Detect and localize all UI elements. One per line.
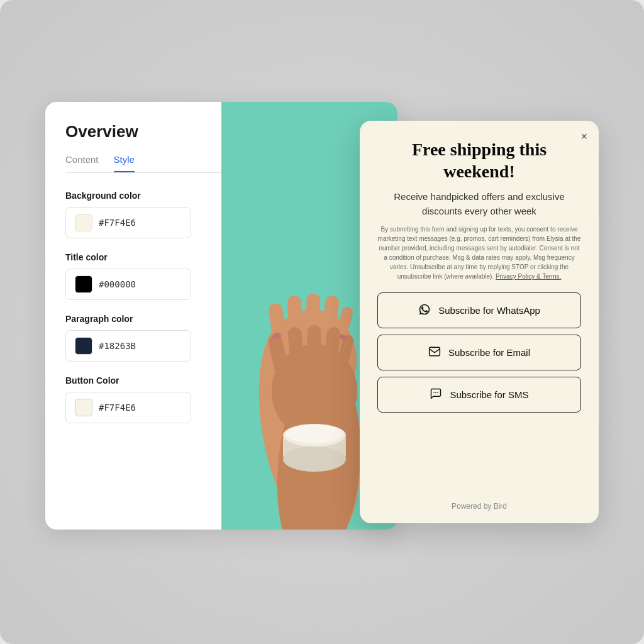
popup-fine-print: By submitting this form and signing up f… xyxy=(377,225,581,281)
overview-panel: Overview Content Style Background color … xyxy=(45,102,397,530)
background-color-input[interactable]: #F7F4E6 xyxy=(65,207,191,238)
whatsapp-button-label: Subscribe for WhatsApp xyxy=(438,305,540,316)
outer-background: Overview Content Style Background color … xyxy=(0,0,644,644)
sms-icon xyxy=(430,387,442,402)
popup-heading: Free shipping this weekend! xyxy=(377,138,581,182)
tab-style[interactable]: Style xyxy=(114,154,135,172)
svg-point-24 xyxy=(436,392,437,394)
svg-rect-12 xyxy=(306,325,321,388)
button-color-input[interactable]: #F7F4E6 xyxy=(65,392,191,423)
fine-print-text: By submitting this form and signing up f… xyxy=(378,226,581,280)
sms-button-label: Subscribe for SMS xyxy=(450,389,528,400)
subscribe-whatsapp-button[interactable]: Subscribe for WhatsApp xyxy=(377,292,581,328)
svg-point-25 xyxy=(438,392,439,394)
svg-point-23 xyxy=(434,392,435,394)
title-color-value: #000000 xyxy=(99,279,136,289)
whatsapp-icon xyxy=(418,303,431,318)
background-color-value: #F7F4E6 xyxy=(99,218,136,228)
paragraph-color-input[interactable]: #18263B xyxy=(65,330,191,362)
email-button-label: Subscribe for Email xyxy=(448,347,530,358)
tab-content[interactable]: Content xyxy=(65,154,99,172)
close-button[interactable]: × xyxy=(580,131,587,142)
subscribe-sms-button[interactable]: Subscribe for SMS xyxy=(377,377,581,413)
scene-container: Overview Content Style Background color … xyxy=(45,102,599,542)
button-color-value: #F7F4E6 xyxy=(99,402,136,413)
privacy-policy-link[interactable]: Privacy Policy & Terms. xyxy=(496,273,561,280)
title-color-swatch xyxy=(75,275,92,293)
paragraph-color-value: #18263B xyxy=(99,341,136,351)
popup-buttons: Subscribe for WhatsApp Subscribe for Ema… xyxy=(377,292,581,493)
svg-point-17 xyxy=(283,447,346,472)
email-icon xyxy=(428,345,441,360)
svg-rect-22 xyxy=(430,347,440,355)
popup-panel: × Free shipping this weekend! Receive ha… xyxy=(360,121,599,523)
svg-point-19 xyxy=(286,425,343,443)
title-color-input[interactable]: #000000 xyxy=(65,269,191,300)
powered-by: Powered by Bird xyxy=(377,502,581,511)
subscribe-email-button[interactable]: Subscribe for Email xyxy=(377,335,581,370)
paragraph-color-swatch xyxy=(75,337,92,355)
button-color-swatch xyxy=(75,399,92,416)
background-color-swatch xyxy=(75,214,92,231)
popup-subheading: Receive handpicked offers and exclusive … xyxy=(377,190,581,218)
